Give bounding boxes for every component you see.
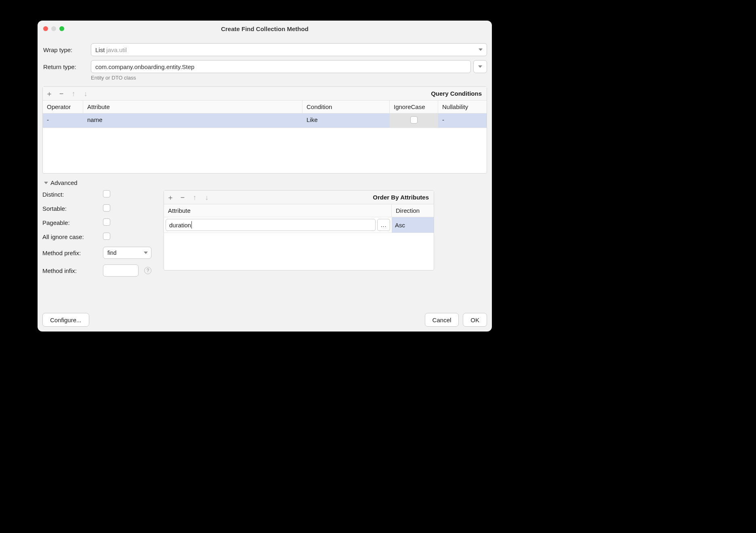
advanced-body: Distinct: Sortable: Pageable: All ignore… [42, 190, 487, 277]
content-area: Wrap type: List java.util Return type: c… [38, 37, 492, 332]
col-condition: Condition [302, 101, 390, 113]
chevron-down-icon [44, 181, 48, 185]
cell-ignorecase[interactable] [390, 113, 438, 128]
cell-attribute: name [83, 113, 302, 128]
advanced-toggle[interactable]: Advanced [42, 179, 487, 186]
query-conditions-toolbar: ＋ − ↑ ↓ Query Conditions [43, 87, 487, 101]
cell-nullability: - [438, 113, 487, 128]
wrap-type-hint: java.util [106, 46, 127, 53]
attribute-cell: duration ... [164, 217, 392, 233]
move-down-icon: ↓ [204, 194, 210, 201]
browse-button[interactable]: ... [377, 219, 390, 231]
direction-cell[interactable]: Asc [392, 217, 434, 233]
ok-button[interactable]: OK [463, 313, 487, 327]
return-type-input[interactable]: com.company.onboarding.entity.Step [91, 60, 471, 73]
query-conditions-section: ＋ − ↑ ↓ Query Conditions Operator Attrib… [42, 86, 487, 174]
chevron-down-icon [479, 48, 483, 51]
order-by-attribute-value: duration [169, 222, 191, 229]
chevron-down-icon [144, 252, 148, 254]
grid-empty-area [43, 128, 487, 173]
wrap-type-row: Wrap type: List java.util [42, 43, 487, 56]
query-conditions-grid: Operator Attribute Condition IgnoreCase … [43, 101, 487, 128]
return-type-row: Return type: com.company.onboarding.enti… [42, 60, 487, 73]
pageable-label: Pageable: [42, 219, 103, 226]
distinct-label: Distinct: [42, 191, 103, 198]
wrap-type-label: Wrap type: [42, 46, 91, 53]
method-infix-input[interactable] [103, 264, 139, 277]
order-by-toolbar: ＋ − ↑ ↓ Order By Attributes [164, 191, 434, 204]
advanced-options: Distinct: Sortable: Pageable: All ignore… [42, 190, 155, 277]
method-infix-label: Method infix: [42, 267, 103, 274]
move-down-icon: ↓ [82, 90, 89, 97]
help-icon[interactable]: ? [144, 267, 151, 274]
add-icon[interactable]: ＋ [46, 90, 52, 97]
distinct-checkbox[interactable] [103, 190, 110, 197]
col-ignorecase: IgnoreCase [390, 101, 438, 113]
order-by-title: Order By Attributes [373, 194, 430, 201]
return-type-dropdown-button[interactable] [473, 60, 487, 73]
method-prefix-value: find [107, 250, 117, 256]
cell-operator: - [43, 113, 83, 128]
order-by-grid: Attribute Direction duration ... [164, 204, 434, 233]
pageable-checkbox[interactable] [103, 218, 110, 226]
method-prefix-label: Method prefix: [42, 250, 103, 256]
add-icon[interactable]: ＋ [167, 194, 174, 201]
col-operator: Operator [43, 101, 83, 113]
col-attribute: Attribute [164, 204, 392, 217]
dialog-window: Create Find Collection Method Wrap type:… [38, 21, 492, 332]
text-caret [191, 221, 192, 229]
all-ignore-case-checkbox[interactable] [103, 233, 110, 240]
col-direction: Direction [392, 204, 434, 217]
minimize-icon [51, 26, 56, 31]
maximize-icon[interactable] [59, 26, 64, 31]
return-type-label: Return type: [42, 63, 91, 70]
window-title: Create Find Collection Method [38, 25, 492, 32]
advanced-label: Advanced [50, 179, 78, 186]
remove-icon[interactable]: − [58, 90, 65, 97]
wrap-type-value: List [95, 46, 105, 53]
col-nullability: Nullability [438, 101, 487, 113]
sortable-label: Sortable: [42, 205, 103, 212]
checkbox-icon[interactable] [410, 116, 418, 124]
close-icon[interactable] [43, 26, 48, 31]
query-conditions-title: Query Conditions [431, 90, 483, 97]
sortable-checkbox[interactable] [103, 204, 110, 212]
titlebar: Create Find Collection Method [38, 21, 492, 37]
window-controls [38, 26, 64, 31]
method-prefix-combo[interactable]: find [103, 247, 151, 259]
col-attribute: Attribute [83, 101, 302, 113]
order-by-section: ＋ − ↑ ↓ Order By Attributes Attribute Di… [164, 190, 434, 271]
wrap-type-combo[interactable]: List java.util [91, 43, 487, 56]
cell-condition: Like [302, 113, 390, 128]
order-by-attribute-input[interactable]: duration [166, 219, 376, 231]
chevron-down-icon [478, 65, 482, 68]
move-up-icon: ↑ [191, 194, 198, 201]
return-type-helper: Entity or DTO class [91, 75, 487, 81]
remove-icon[interactable]: − [179, 194, 186, 201]
configure-button[interactable]: Configure... [42, 313, 89, 327]
dialog-footer: Configure... Cancel OK [42, 306, 487, 327]
grid-empty-area [164, 233, 434, 270]
move-up-icon: ↑ [70, 90, 77, 97]
return-type-value: com.company.onboarding.entity.Step [95, 63, 194, 70]
cancel-button[interactable]: Cancel [425, 313, 459, 327]
all-ignore-case-label: All ignore case: [42, 233, 103, 240]
